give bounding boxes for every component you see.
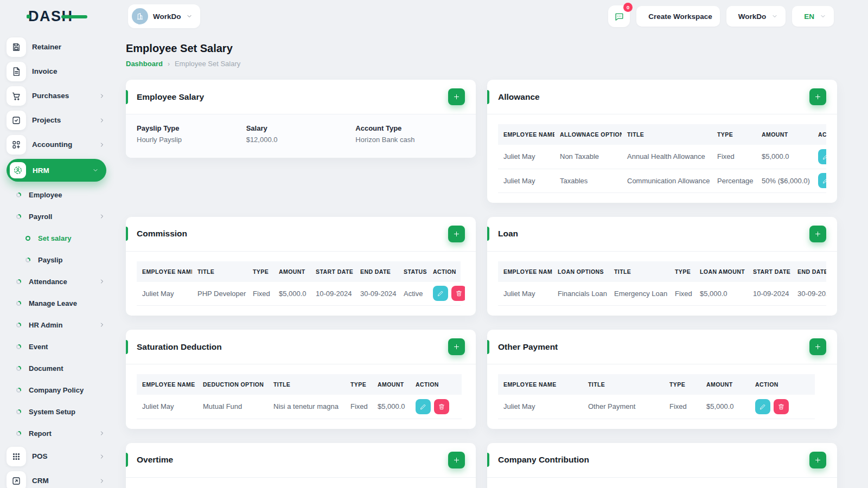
sidebar-subitem-hr-admin[interactable]: HR Admin	[0, 314, 114, 336]
sidebar-subitem-system-setup[interactable]: System Setup	[0, 401, 114, 422]
table-cell: Active	[398, 282, 427, 306]
table-row: Juliet MayFinancials LoanEmergency LoanF…	[498, 282, 826, 306]
table-cell: $5,000.0	[372, 395, 410, 419]
field-value: $12,000.0	[246, 136, 356, 144]
accounting-icon	[7, 135, 26, 155]
sidebar-item-accounting[interactable]: Accounting	[0, 132, 114, 157]
table-row: Juliet MayOther PaymentFixed$5,000.0	[498, 395, 815, 419]
column-header: TYPE	[712, 124, 756, 145]
chevron-right-icon	[99, 453, 105, 460]
card-commission: Commission EMPLOYEE NAMETITLETYPEAMOUNTS…	[126, 217, 476, 316]
sidebar-subitem-event[interactable]: Event	[0, 336, 114, 357]
table-cell: $5,000.0	[756, 145, 813, 169]
sidebar-subitem-report[interactable]: Report	[0, 422, 114, 444]
sidebar-item-projects[interactable]: Projects	[0, 108, 114, 132]
table-cell: Fixed	[345, 395, 372, 419]
add-saturation-deduction-button[interactable]	[448, 338, 465, 355]
column-header: LOAN AMOUNT	[694, 261, 748, 282]
sidebar-subitem-document[interactable]: Document	[0, 357, 114, 379]
sidebar-hrm-submenu: EmployeePayrollSet salaryPayslipAttendan…	[0, 184, 114, 444]
edit-button[interactable]	[755, 399, 770, 414]
sidebar-item-label: HRM	[33, 166, 49, 175]
sidebar-item-hrm[interactable]: HRM	[7, 159, 106, 182]
column-header: TYPE	[345, 374, 372, 395]
cards-grid: Employee Salary Payslip TypeHourly Paysl…	[126, 80, 837, 488]
delete-button[interactable]	[434, 399, 449, 414]
column-header: TITLE	[192, 261, 247, 282]
card-header: Allowance	[487, 80, 837, 114]
table-cell: Financials Loan	[552, 282, 609, 306]
crm-icon	[7, 471, 26, 488]
table-cell: 30-09-2024	[792, 282, 826, 306]
delete-button[interactable]	[451, 286, 465, 301]
commission-data-table: EMPLOYEE NAMETITLETYPEAMOUNTSTART DATEEN…	[137, 261, 461, 306]
sidebar-subitem-label: Manage Leave	[29, 299, 77, 307]
sidebar-subitem-employee[interactable]: Employee	[0, 184, 114, 206]
table-row: Juliet MayMutual FundNisi a tenetur magn…	[137, 395, 462, 419]
table-cell: Annual Health Allowance	[622, 145, 712, 169]
detail-field: Account TypeHorizon Bank cash	[355, 124, 465, 144]
sidebar-item-invoice[interactable]: Invoice	[0, 59, 114, 84]
chevron-right-icon	[99, 142, 105, 148]
table-cell: 10-09-2024	[310, 282, 355, 306]
actions-cell	[410, 395, 462, 419]
card-header: Overtime	[126, 443, 476, 478]
pos-icon	[7, 447, 26, 466]
loan-table: EMPLOYEE NAMELOAN OPTIONSTITLETYPELOAN A…	[498, 261, 826, 306]
add-allowance-button[interactable]	[809, 88, 826, 105]
column-header: END DATE	[355, 261, 398, 282]
sidebar-subitem-payslip[interactable]: Payslip	[0, 249, 114, 271]
sidebar-item-label: Purchases	[32, 92, 69, 100]
actions-cell	[427, 282, 461, 306]
add-employee-salary-button[interactable]	[448, 88, 465, 105]
sidebar-subitem-manage-leave[interactable]: Manage Leave	[0, 292, 114, 314]
chevron-right-icon	[99, 117, 105, 124]
sidebar-item-purchases[interactable]: Purchases	[0, 84, 114, 108]
sidebar-item-retainer[interactable]: Retainer	[0, 35, 114, 59]
add-commission-button[interactable]	[448, 226, 465, 242]
card-header: Loan	[487, 217, 837, 252]
column-header: LOAN OPTIONS	[552, 261, 609, 282]
chevron-down-icon	[92, 167, 99, 174]
loan-data-table: EMPLOYEE NAMELOAN OPTIONSTITLETYPELOAN A…	[498, 261, 826, 306]
card-title: Allowance	[498, 92, 540, 102]
sidebar-item-label: Accounting	[32, 140, 72, 149]
app-logo[interactable]: DASH	[28, 8, 73, 25]
table-cell: Juliet May	[498, 282, 552, 306]
card-allowance: Allowance EMPLOYEE NAMEALLOWNACE OPTIONT…	[487, 80, 837, 203]
sidebar-subitem-payroll[interactable]: Payroll	[0, 206, 114, 227]
allowance-data-table: EMPLOYEE NAMEALLOWNACE OPTIONTITLETYPEAM…	[498, 124, 826, 193]
sidebar-item-pos[interactable]: POS	[0, 444, 114, 468]
table-cell: Communication Allowance	[622, 169, 712, 192]
sidebar-bottom-nav: POSCRM	[0, 444, 114, 488]
card-title: Commission	[137, 229, 187, 239]
edit-button[interactable]	[818, 173, 826, 188]
table-cell: $5,000.0	[273, 282, 310, 306]
breadcrumb-separator-icon: ›	[168, 60, 170, 68]
edit-button[interactable]	[818, 149, 826, 164]
add-company-contribution-button[interactable]	[809, 452, 826, 468]
column-header: ALLOWNACE OPTION	[554, 124, 622, 145]
add-other-payment-button[interactable]	[809, 338, 826, 355]
column-header: STATUS	[398, 261, 427, 282]
card-title: Loan	[498, 229, 518, 239]
column-header: START DATE	[748, 261, 792, 282]
sidebar-item-crm[interactable]: CRM	[0, 468, 114, 488]
add-loan-button[interactable]	[809, 226, 826, 242]
sidebar-item-label: CRM	[32, 477, 49, 485]
sidebar-subitem-company-policy[interactable]: Company Policy	[0, 379, 114, 401]
sidebar-subitem-set-salary[interactable]: Set salary	[0, 227, 114, 249]
breadcrumb-current: Employee Set Salary	[175, 60, 240, 68]
field-label: Account Type	[355, 124, 465, 132]
add-overtime-button[interactable]	[448, 452, 465, 468]
column-header: ACTION	[813, 124, 826, 145]
sidebar-subitem-attendance[interactable]: Attendance	[0, 271, 114, 292]
edit-button[interactable]	[416, 399, 431, 414]
delete-button[interactable]	[774, 399, 789, 414]
sidebar-item-label: Invoice	[32, 67, 58, 75]
chevron-right-icon	[99, 93, 105, 99]
card-header: Company Contribution	[487, 443, 837, 478]
edit-button[interactable]	[433, 286, 448, 301]
sidebar-subitem-label: Payslip	[38, 256, 63, 264]
breadcrumb-dashboard[interactable]: Dashboard	[126, 60, 163, 68]
